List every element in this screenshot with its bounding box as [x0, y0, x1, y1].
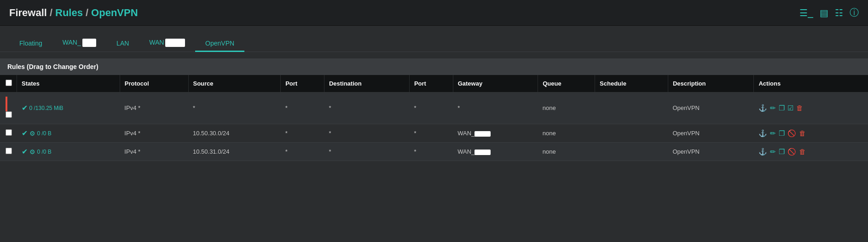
row2-copy-icon[interactable]: ❐ — [779, 129, 785, 138]
breadcrumb-sep1: / — [50, 7, 52, 19]
list-icon[interactable]: ☷ — [835, 7, 843, 18]
row3-gear-icon: ⚙ — [29, 148, 35, 156]
tab-wan2[interactable]: WAN — [139, 34, 195, 52]
table-header-row: States Protocol Source Port Destination … — [0, 75, 868, 92]
row2-description: OpenVPN — [668, 124, 754, 143]
row2-anchor-icon[interactable]: ⚓ — [758, 129, 767, 138]
row2-source-port: * — [281, 124, 324, 143]
row1-dest-port: * — [409, 92, 453, 124]
breadcrumb-rules[interactable]: Rules — [55, 7, 83, 19]
th-checkbox — [0, 75, 17, 92]
row3-actions: ⚓ ✏ ❐ 🚫 🗑 — [754, 143, 868, 161]
row3-gateway: WAN_ — [453, 143, 538, 161]
row1-source-port: * — [281, 92, 324, 124]
row3-delete-icon[interactable]: 🗑 — [799, 148, 806, 156]
row3-queue: none — [538, 143, 595, 161]
row3-checkbox-cell — [0, 143, 17, 161]
row2-dest-port: * — [409, 124, 453, 143]
help-icon[interactable]: ⓘ — [850, 6, 859, 19]
th-source: Source — [188, 75, 281, 92]
header: Firewall / Rules / OpenVPN ☰⎯ ▤ ☷ ⓘ — [0, 0, 868, 26]
row1-schedule — [595, 92, 668, 124]
row2-enabled-icon: ✔ — [22, 129, 28, 138]
tab-openvpn[interactable]: OpenVPN — [195, 35, 244, 52]
row3-description: OpenVPN — [668, 143, 754, 161]
row1-delete-icon[interactable]: 🗑 — [796, 104, 803, 112]
tab-floating[interactable]: Floating — [9, 35, 52, 52]
row3-checkbox[interactable] — [6, 148, 12, 154]
row1-indicator — [6, 97, 7, 111]
row3-schedule — [595, 143, 668, 161]
row3-gateway-badge — [475, 150, 490, 155]
breadcrumb-firewall: Firewall — [9, 7, 47, 19]
row3-traffic: 0 /0 B — [37, 149, 52, 155]
row3-enabled-icon: ✔ — [22, 147, 28, 156]
th-description: Description — [668, 75, 754, 92]
row2-gear-icon: ⚙ — [29, 130, 35, 137]
row3-protocol: IPv4 * — [120, 143, 188, 161]
th-gateway: Gateway — [453, 75, 538, 92]
breadcrumb-openvpn[interactable]: OpenVPN — [91, 7, 138, 19]
row3-edit-icon[interactable]: ✏ — [770, 148, 776, 156]
tab-wan1[interactable]: WAN_ — [52, 34, 106, 52]
row2-actions: ⚓ ✏ ❐ 🚫 🗑 — [754, 124, 868, 143]
row1-check-icon[interactable]: ☑ — [787, 104, 793, 112]
row3-block-icon[interactable]: 🚫 — [787, 148, 796, 156]
chart-icon[interactable]: ▤ — [820, 7, 828, 18]
row2-queue: none — [538, 124, 595, 143]
row1-anchor-icon[interactable]: ⚓ — [758, 104, 767, 112]
filter-icon[interactable]: ☰⎯ — [799, 7, 813, 18]
row2-schedule — [595, 124, 668, 143]
row2-checkbox[interactable] — [6, 129, 12, 136]
row2-checkbox-cell — [0, 124, 17, 143]
row2-traffic: 0 /0 B — [37, 130, 52, 137]
row1-checkbox-cell — [0, 92, 17, 124]
th-dest-port: Port — [409, 75, 453, 92]
row1-destination: * — [324, 92, 409, 124]
tab-lan[interactable]: LAN — [106, 35, 139, 52]
tab-wan2-badge — [165, 39, 185, 47]
row2-source: 10.50.30.0/24 — [188, 124, 281, 143]
row1-states: ✔ 0 /130.25 MiB — [17, 92, 120, 124]
select-all-checkbox[interactable] — [6, 80, 12, 86]
th-protocol: Protocol — [120, 75, 188, 92]
row2-edit-icon[interactable]: ✏ — [770, 129, 776, 138]
table-title: Rules (Drag to Change Order) — [0, 58, 868, 75]
row3-source: 10.50.31.0/24 — [188, 143, 281, 161]
row3-source-port: * — [281, 143, 324, 161]
row3-anchor-icon[interactable]: ⚓ — [758, 148, 767, 156]
row1-edit-icon[interactable]: ✏ — [770, 104, 776, 112]
row3-destination: * — [324, 143, 409, 161]
breadcrumb-sep2: / — [86, 7, 88, 19]
row2-gateway: WAN_ — [453, 124, 538, 143]
row1-actions: ⚓ ✏ ❐ ☑ 🗑 — [754, 92, 868, 124]
row3-dest-port: * — [409, 143, 453, 161]
th-actions: Actions — [754, 75, 868, 92]
row1-queue: none — [538, 92, 595, 124]
row2-block-icon[interactable]: 🚫 — [787, 129, 796, 138]
row2-states: ✔ ⚙ 0 /0 B — [17, 124, 120, 143]
row1-checkbox[interactable] — [6, 111, 12, 118]
row1-description: OpenVPN — [668, 92, 754, 124]
row1-protocol: IPv4 * — [120, 92, 188, 124]
row1-copy-icon[interactable]: ❐ — [779, 104, 785, 112]
th-queue: Queue — [538, 75, 595, 92]
header-icons: ☰⎯ ▤ ☷ ⓘ — [799, 6, 859, 19]
th-source-port: Port — [281, 75, 324, 92]
breadcrumb: Firewall / Rules / OpenVPN — [9, 7, 138, 19]
th-schedule: Schedule — [595, 75, 668, 92]
row2-protocol: IPv4 * — [120, 124, 188, 143]
row2-destination: * — [324, 124, 409, 143]
table-row: ✔ 0 /130.25 MiB IPv4 * * * * * * none Op… — [0, 92, 868, 124]
rules-section: Rules (Drag to Change Order) States Prot… — [0, 58, 868, 161]
row1-source: * — [188, 92, 281, 124]
row2-delete-icon[interactable]: 🗑 — [799, 129, 806, 137]
table-row: ✔ ⚙ 0 /0 B IPv4 * 10.50.30.0/24 * * * WA… — [0, 124, 868, 143]
rules-table: States Protocol Source Port Destination … — [0, 75, 868, 161]
table-row: ✔ ⚙ 0 /0 B IPv4 * 10.50.31.0/24 * * * WA… — [0, 143, 868, 161]
row3-copy-icon[interactable]: ❐ — [779, 148, 785, 156]
row2-gateway-badge — [475, 131, 490, 137]
row1-enabled-icon: ✔ — [22, 104, 28, 112]
th-destination: Destination — [324, 75, 409, 92]
row1-gateway: * — [453, 92, 538, 124]
